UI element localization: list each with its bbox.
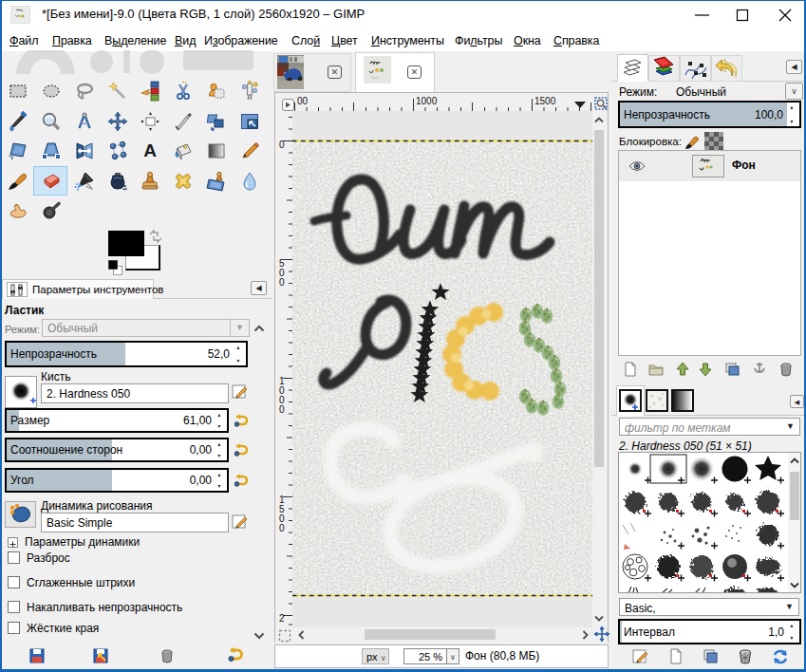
svg-text:1500: 1500 [534,96,556,106]
svg-text:0: 0 [279,523,285,533]
svg-text:0: 0 [279,277,285,288]
svg-text:0: 0 [279,140,285,150]
svg-text:1000: 1000 [416,96,438,106]
svg-text:00: 00 [297,96,309,106]
svg-text:2: 2 [279,613,285,624]
svg-text:A: A [143,140,157,160]
svg-text:0: 0 [279,404,285,415]
